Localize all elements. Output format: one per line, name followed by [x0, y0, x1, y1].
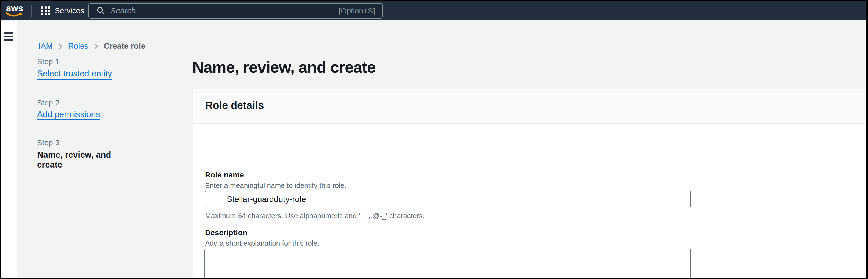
- step-2-label: Step 2: [37, 99, 59, 107]
- description-label: Description: [205, 228, 247, 237]
- services-menu-button[interactable]: Services: [41, 1, 84, 20]
- services-label: Services: [55, 6, 84, 15]
- role-details-panel: Role details Role name Enter a meaningfu…: [193, 89, 866, 278]
- role-details-panel-body: Role name Enter a meaningful name to ide…: [193, 124, 866, 278]
- aws-smile-icon: [5, 12, 23, 18]
- search-input[interactable]: Search [Option+S]: [89, 3, 383, 19]
- step-1-link-select-trusted-entity[interactable]: Select trusted entity: [37, 69, 112, 79]
- step-1-label: Step 1: [37, 57, 59, 66]
- breadcrumb-iam[interactable]: IAM: [38, 41, 53, 51]
- aws-logo[interactable]: aws: [5, 4, 23, 18]
- top-navigation-bar: aws Services Sear: [1, 1, 866, 20]
- app-window: aws Services Sear: [1, 1, 866, 278]
- description-help-text: Add a short explanation for this role.: [205, 239, 319, 248]
- role-details-title: Role details: [205, 100, 264, 111]
- breadcrumb-create-role: Create role: [104, 41, 146, 51]
- breadcrumb-roles[interactable]: Roles: [68, 41, 89, 51]
- step-2-link-add-permissions[interactable]: Add permissions: [37, 110, 100, 119]
- search-placeholder: Search: [111, 6, 339, 16]
- topbar-divider: [31, 5, 32, 17]
- role-name-constraint-text: Maximum 64 characters. Use alphanumeric …: [205, 212, 425, 220]
- services-grid-icon: [41, 6, 50, 15]
- menu-hamburger-icon[interactable]: [4, 32, 13, 42]
- role-name-help-text: Enter a meaningful name to identify this…: [205, 181, 346, 190]
- side-navigation-strip: [1, 21, 17, 278]
- description-textarea[interactable]: [205, 249, 691, 278]
- chevron-right-icon: [94, 43, 98, 50]
- breadcrumb: IAM Roles Create role: [38, 41, 145, 51]
- role-name-input[interactable]: [205, 191, 691, 207]
- page-title: Name, review, and create: [192, 58, 376, 76]
- step-divider: [37, 89, 134, 89]
- step-3-current-name-review-create: Name, review, and create: [37, 150, 134, 170]
- search-icon: [96, 6, 105, 16]
- step-3-label: Step 3: [37, 138, 59, 147]
- chevron-right-icon: [59, 43, 62, 50]
- role-details-panel-header: Role details: [193, 89, 866, 124]
- role-name-label: Role name: [205, 171, 244, 179]
- search-shortcut-hint: [Option+S]: [339, 7, 375, 16]
- step-divider: [37, 131, 134, 131]
